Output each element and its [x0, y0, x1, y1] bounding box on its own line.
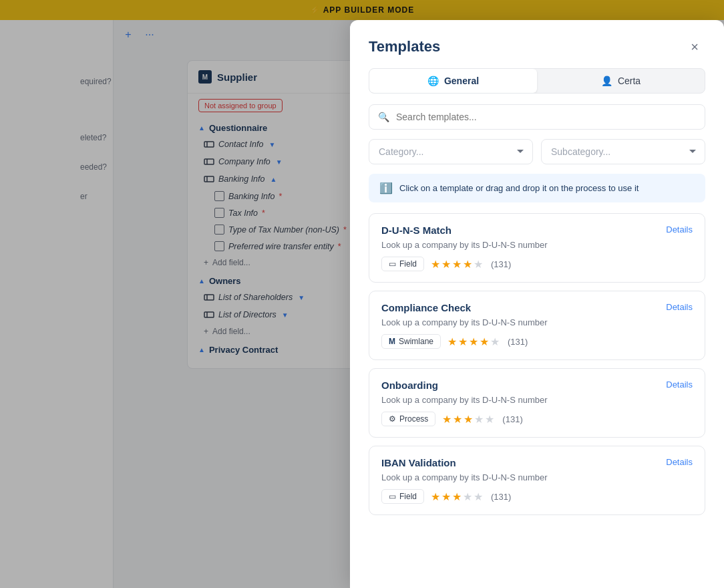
- onboarding-name: Onboarding: [381, 380, 438, 391]
- duns-star-2: ★: [441, 258, 451, 271]
- tab-general[interactable]: 🌐 General: [369, 69, 537, 93]
- templates-list: D-U-N-S Match Details Look up a company …: [350, 213, 724, 588]
- duns-star-5: ★: [474, 258, 483, 271]
- onboarding-star-1: ★: [442, 413, 451, 426]
- iban-rating-count: (131): [491, 492, 511, 502]
- compliance-stars: ★ ★ ★ ★ ★: [447, 335, 500, 348]
- compliance-footer: M Swimlane ★ ★ ★ ★ ★ (131): [381, 334, 693, 349]
- onboarding-details-link[interactable]: Details: [666, 380, 693, 390]
- template-card-duns[interactable]: D-U-N-S Match Details Look up a company …: [369, 213, 705, 283]
- templates-modal: Templates × 🌐 General 👤 Certa 🔍 Category…: [350, 20, 724, 588]
- compliance-desc: Look up a company by its D-U-N-S number: [381, 317, 693, 327]
- compliance-star-2: ★: [458, 335, 468, 348]
- compliance-header: Compliance Check Details: [381, 302, 693, 313]
- general-tab-icon: 🌐: [427, 76, 439, 86]
- iban-star-2: ★: [441, 490, 451, 503]
- onboarding-star-3: ★: [464, 413, 473, 426]
- duns-star-3: ★: [452, 258, 462, 271]
- compliance-details-link[interactable]: Details: [666, 302, 693, 312]
- iban-stars: ★ ★ ★ ★ ★: [431, 490, 483, 503]
- duns-star-4: ★: [463, 258, 472, 271]
- duns-desc: Look up a company by its D-U-N-S number: [381, 240, 693, 250]
- general-tab-label: General: [444, 76, 479, 86]
- onboarding-star-2: ★: [453, 413, 462, 426]
- onboarding-footer: ⚙ Process ★ ★ ★ ★ ★ (131): [381, 412, 693, 426]
- info-text: Click on a template or drag and drop it …: [399, 183, 639, 193]
- onboarding-rating-count: (131): [502, 414, 522, 424]
- onboarding-desc: Look up a company by its D-U-N-S number: [381, 395, 693, 405]
- iban-badge-label: Field: [399, 492, 417, 501]
- onboarding-star-4: ★: [474, 413, 484, 426]
- iban-badge-icon: ▭: [389, 492, 396, 501]
- info-banner: ℹ️ Click on a template or drag and drop …: [369, 174, 705, 202]
- onboarding-badge-icon: ⚙: [389, 414, 396, 424]
- iban-type-badge: ▭ Field: [381, 489, 424, 504]
- duns-header: D-U-N-S Match Details: [381, 225, 693, 236]
- onboarding-header: Onboarding Details: [381, 380, 693, 391]
- iban-star-5: ★: [474, 490, 483, 503]
- certa-tab-label: Certa: [618, 76, 641, 86]
- duns-badge-icon: ▭: [389, 259, 396, 269]
- compliance-badge-label: Swimlane: [399, 337, 433, 346]
- duns-star-1: ★: [431, 258, 440, 271]
- iban-star-3: ★: [452, 490, 462, 503]
- onboarding-star-5: ★: [485, 413, 494, 426]
- duns-details-link[interactable]: Details: [666, 225, 693, 235]
- template-card-iban[interactable]: IBAN Validation Details Look up a compan…: [369, 446, 705, 515]
- duns-rating-count: (131): [491, 259, 511, 269]
- modal-title: Templates: [369, 38, 440, 55]
- iban-name: IBAN Validation: [381, 457, 456, 468]
- info-icon: ℹ️: [379, 182, 393, 194]
- duns-stars: ★ ★ ★ ★ ★: [431, 258, 483, 271]
- onboarding-stars: ★ ★ ★ ★ ★: [442, 413, 494, 426]
- modal-close-button[interactable]: ×: [684, 36, 705, 57]
- compliance-type-badge: M Swimlane: [381, 334, 441, 349]
- search-icon: 🔍: [378, 112, 389, 122]
- duns-footer: ▭ Field ★ ★ ★ ★ ★ (131): [381, 257, 693, 271]
- template-card-onboarding[interactable]: Onboarding Details Look up a company by …: [369, 368, 705, 438]
- onboarding-type-badge: ⚙ Process: [381, 412, 435, 426]
- template-card-compliance[interactable]: Compliance Check Details Look up a compa…: [369, 291, 705, 360]
- search-input[interactable]: [369, 104, 705, 130]
- certa-tab-icon: 👤: [601, 76, 612, 86]
- compliance-star-4: ★: [480, 335, 489, 348]
- compliance-star-5: ★: [490, 335, 500, 348]
- subcategory-dropdown[interactable]: Subcategory...: [541, 139, 705, 164]
- tabs-container: 🌐 General 👤 Certa: [369, 68, 705, 94]
- tab-certa[interactable]: 👤 Certa: [537, 69, 705, 93]
- compliance-star-3: ★: [469, 335, 478, 348]
- category-dropdown[interactable]: Category...: [369, 139, 533, 164]
- dropdowns-row: Category... Subcategory...: [369, 139, 705, 164]
- duns-type-badge: ▭ Field: [381, 257, 424, 271]
- onboarding-badge-label: Process: [399, 414, 428, 424]
- close-icon: ×: [691, 39, 699, 55]
- iban-desc: Look up a company by its D-U-N-S number: [381, 472, 693, 482]
- modal-header: Templates ×: [350, 20, 724, 68]
- iban-star-1: ★: [431, 490, 440, 503]
- compliance-rating-count: (131): [508, 337, 528, 347]
- duns-badge-label: Field: [399, 259, 417, 269]
- compliance-name: Compliance Check: [381, 302, 471, 313]
- search-container: 🔍: [369, 104, 705, 130]
- iban-footer: ▭ Field ★ ★ ★ ★ ★ (131): [381, 489, 693, 504]
- iban-star-4: ★: [463, 490, 472, 503]
- compliance-badge-icon: M: [389, 337, 395, 346]
- iban-details-link[interactable]: Details: [666, 457, 693, 467]
- iban-header: IBAN Validation Details: [381, 457, 693, 468]
- compliance-star-1: ★: [447, 335, 457, 348]
- duns-name: D-U-N-S Match: [381, 225, 451, 236]
